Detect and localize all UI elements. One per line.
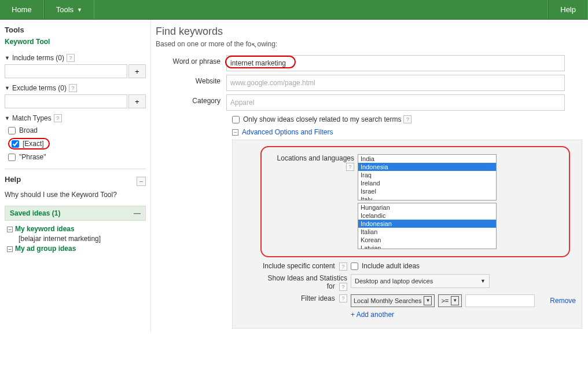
word-phrase-label: Word or phrase	[151, 55, 226, 65]
exclude-terms-input[interactable]	[5, 94, 127, 108]
match-types-label: Match Types	[12, 114, 52, 122]
keyword-tool-link[interactable]: Keyword Tool	[5, 38, 146, 46]
devices-value: Desktop and laptop devices	[355, 278, 433, 285]
match-phrase-row[interactable]: "Phrase"	[5, 151, 146, 163]
listbox-option[interactable]: Korean	[358, 236, 496, 244]
cursor-icon: ↖	[251, 41, 257, 49]
exclude-terms-toggle[interactable]: ▼ Exclude terms (0) ?	[5, 84, 146, 92]
listbox-option[interactable]: India	[358, 155, 496, 163]
saved-ideas-collapse[interactable]: —	[134, 209, 141, 217]
match-broad-row[interactable]: Broad	[5, 125, 146, 136]
filter-metric-value: Local Monthly Searches	[354, 297, 421, 304]
match-phrase-label: "Phrase"	[19, 153, 46, 161]
help-icon[interactable]: ?	[69, 84, 77, 92]
caret-down-icon: ▼	[480, 278, 486, 284]
tools-heading: Tools	[5, 25, 146, 34]
filter-metric-select[interactable]: Local Monthly Searches ▼	[351, 294, 435, 307]
add-filter-link[interactable]: + Add another	[351, 311, 576, 319]
topbar: Home Tools▼ Help	[0, 0, 588, 20]
listbox-option[interactable]: Italy	[358, 195, 496, 200]
minus-box-icon: –	[232, 129, 238, 136]
include-specific-label: Include specific content	[263, 262, 335, 270]
include-adult-checkbox[interactable]	[351, 262, 358, 270]
highlight-annotation: Locations and languages ? IndiaIndonesia…	[260, 146, 570, 257]
include-terms-input[interactable]	[5, 64, 127, 78]
help-icon[interactable]: ?	[346, 163, 354, 171]
help-heading: Help	[5, 175, 21, 184]
filter-operator-value: >=	[441, 297, 449, 304]
listbox-option[interactable]: Icelandic	[358, 211, 496, 220]
listbox-option[interactable]: Israel	[358, 187, 496, 195]
word-phrase-input[interactable]	[226, 55, 565, 71]
help-icon[interactable]: ?	[339, 262, 347, 271]
help-icon[interactable]: ?	[339, 283, 347, 291]
saved-keyword-item[interactable]: [belajar internet marketing]	[19, 235, 146, 243]
nav-tools-label: Tools	[56, 5, 74, 14]
listbox-option[interactable]: Indonesia	[358, 163, 496, 171]
devices-select[interactable]: Desktop and laptop devices ▼	[351, 274, 490, 288]
main-content: Find keywords Based on one or more of th…	[150, 20, 588, 332]
match-broad-label: Broad	[19, 126, 38, 134]
include-terms-toggle[interactable]: ▼ Include terms (0) ?	[5, 54, 146, 62]
minus-box-icon: –	[7, 246, 13, 252]
listbox-option[interactable]: Indonesian	[358, 220, 496, 228]
include-terms-add-button[interactable]: +	[128, 64, 146, 78]
filter-remove-link[interactable]: Remove	[550, 297, 576, 305]
sidebar: Tools Keyword Tool ▼ Include terms (0) ?…	[0, 20, 150, 332]
listbox-option[interactable]: Ireland	[358, 179, 496, 187]
website-label: Website	[151, 75, 226, 85]
listbox-option[interactable]: Iraq	[358, 171, 496, 179]
listbox-option[interactable]: Italian	[358, 228, 496, 236]
listbox-option[interactable]: Hungarian	[358, 203, 496, 211]
filter-value-input[interactable]	[465, 294, 535, 307]
filter-ideas-label: Filter ideas	[301, 294, 335, 302]
saved-ideas-label: Saved ideas (1)	[10, 209, 60, 217]
topbar-spacer	[94, 0, 548, 19]
category-label: Category	[151, 94, 226, 105]
caret-down-icon: ▼	[424, 296, 432, 305]
include-terms-label: Include terms (0)	[12, 54, 64, 62]
include-adult-label: Include adult ideas	[362, 262, 420, 270]
caret-down-icon: ▼	[451, 296, 459, 305]
triangle-down-icon: ▼	[5, 115, 10, 121]
help-icon[interactable]: ?	[67, 54, 75, 62]
triangle-down-icon: ▼	[5, 55, 10, 61]
locations-languages-label: Locations and languages	[277, 154, 354, 162]
caret-down-icon: ▼	[77, 7, 82, 13]
locations-listbox[interactable]: IndiaIndonesiaIraqIrelandIsraelItaly	[358, 154, 497, 200]
nav-help[interactable]: Help	[548, 0, 588, 19]
saved-ideas-header[interactable]: Saved ideas (1) —	[5, 206, 146, 221]
triangle-down-icon: ▼	[5, 85, 10, 91]
show-ideas-label: Show Ideas and Statistics for	[268, 274, 347, 290]
advanced-options-toggle[interactable]: – Advanced Options and Filters	[232, 128, 588, 136]
match-exact-checkbox[interactable]	[12, 140, 19, 148]
help-collapse-button[interactable]: –	[137, 177, 146, 186]
my-ad-group-ideas[interactable]: –My ad group ideas	[7, 243, 146, 254]
match-broad-checkbox[interactable]	[8, 127, 16, 134]
match-phrase-checkbox[interactable]	[8, 154, 16, 161]
match-exact-label: [Exact]	[23, 140, 44, 148]
exclude-terms-add-button[interactable]: +	[128, 94, 146, 108]
nav-tools[interactable]: Tools▼	[44, 0, 94, 19]
my-keyword-ideas[interactable]: –My keyword ideas	[7, 223, 146, 235]
help-question-link[interactable]: Why should I use the Keyword Tool?	[5, 191, 146, 199]
match-types-toggle[interactable]: ▼ Match Types ?	[5, 114, 146, 122]
page-subtitle: Based on one or more of the fo↖owing:	[156, 40, 588, 48]
advanced-options-panel: Locations and languages ? IndiaIndonesia…	[232, 140, 582, 329]
help-icon[interactable]: ?	[403, 115, 411, 123]
exclude-terms-label: Exclude terms (0)	[12, 84, 67, 92]
match-exact-row[interactable]: [Exact]	[8, 138, 50, 149]
listbox-option[interactable]: Latvian	[358, 244, 496, 249]
advanced-options-label: Advanced Options and Filters	[242, 128, 333, 136]
minus-box-icon: –	[7, 227, 13, 232]
page-title: Find keywords	[156, 25, 588, 38]
help-icon[interactable]: ?	[339, 294, 347, 302]
only-related-checkbox[interactable]	[232, 116, 240, 123]
website-input[interactable]	[226, 75, 565, 91]
nav-home[interactable]: Home	[0, 0, 44, 19]
languages-listbox[interactable]: HungarianIcelandicIndonesianItalianKorea…	[358, 203, 497, 249]
help-icon[interactable]: ?	[54, 114, 62, 122]
filter-operator-select[interactable]: >= ▼	[438, 294, 462, 307]
category-input[interactable]	[226, 94, 565, 111]
only-related-label: Only show ideas closely related to my se…	[243, 115, 401, 123]
